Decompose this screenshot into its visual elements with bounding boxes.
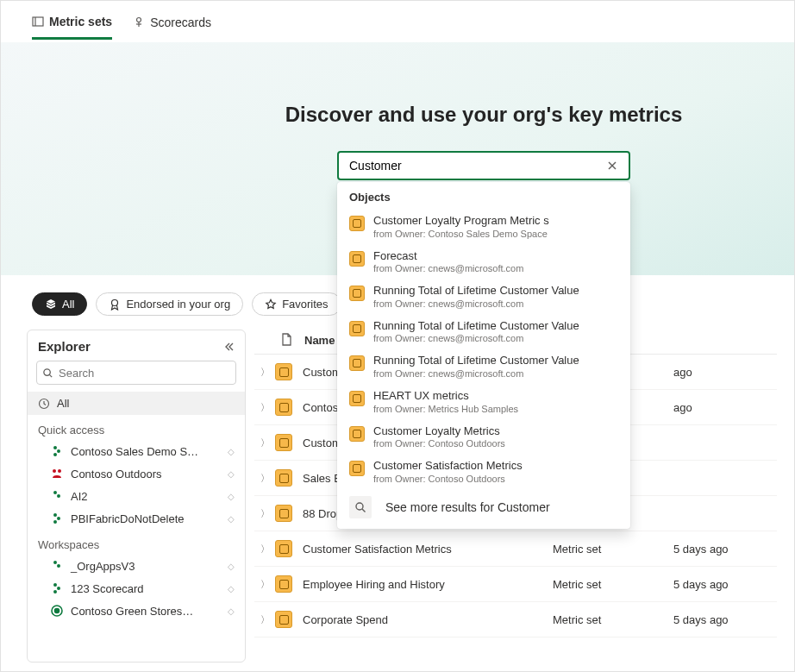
explorer-all[interactable]: All xyxy=(28,392,245,415)
suggest-item[interactable]: Customer Loyalty Program Metric sfrom Ow… xyxy=(337,209,630,244)
table-row[interactable]: 〉Employee Hiring and HistoryMetric set5 … xyxy=(254,567,777,602)
suggest-item[interactable]: Running Total of Lifetime Customer Value… xyxy=(337,314,630,349)
metric-set-icon xyxy=(349,251,365,267)
diamond-icon: ◇ xyxy=(228,514,235,524)
diamond-icon: ◇ xyxy=(228,447,235,456)
doc-icon xyxy=(280,333,304,347)
suggest-item[interactable]: HEART UX metricsfrom Owner: Metrics Hub … xyxy=(337,384,630,419)
workspace-icon xyxy=(50,467,64,480)
svg-point-13 xyxy=(53,469,56,473)
explorer-search-input[interactable] xyxy=(59,367,230,380)
suggest-item[interactable]: Customer Satisfaction Metricsfrom Owner:… xyxy=(337,454,630,489)
ribbon-icon xyxy=(109,298,121,311)
chevron-right-icon[interactable]: 〉 xyxy=(254,366,275,379)
filter-endorsed-label: Endorsed in your org xyxy=(126,298,230,311)
chevron-right-icon[interactable]: 〉 xyxy=(254,507,275,520)
workspace-item[interactable]: _OrgAppsV3◇ xyxy=(28,555,245,577)
metric-sets-icon xyxy=(32,16,44,28)
hero-title: Discover and use your org's key metrics xyxy=(285,103,683,127)
table-row[interactable]: 〉Customer Satisfaction MetricsMetric set… xyxy=(254,531,777,567)
metric-set-icon xyxy=(275,505,292,522)
tab-metric-sets-label: Metric sets xyxy=(49,15,112,28)
star-icon xyxy=(265,298,277,311)
explorer-all-label: All xyxy=(57,397,69,410)
svg-point-2 xyxy=(137,18,141,22)
svg-rect-0 xyxy=(33,17,43,26)
filter-all-label: All xyxy=(62,298,74,311)
clock-icon xyxy=(38,398,50,410)
metric-set-icon xyxy=(275,575,292,593)
quick-item[interactable]: Contoso Outdoors◇ xyxy=(28,462,245,485)
workspaces-header: Workspaces xyxy=(28,530,245,555)
diamond-icon: ◇ xyxy=(228,584,235,593)
svg-line-8 xyxy=(362,509,366,512)
tab-metric-sets[interactable]: Metric sets xyxy=(32,15,112,40)
suggest-item[interactable]: Forecastfrom Owner: cnews@microsoft.com xyxy=(337,244,630,279)
workspace-icon xyxy=(50,489,64,503)
suggestions-header: Objects xyxy=(337,182,630,209)
metric-set-icon xyxy=(275,611,292,628)
metric-set-icon xyxy=(275,363,292,380)
workspace-item[interactable]: 123 Scorecard◇ xyxy=(28,577,245,600)
quick-item[interactable]: AI2◇ xyxy=(28,485,245,507)
quick-access-header: Quick access xyxy=(28,415,245,440)
explorer-search[interactable] xyxy=(36,361,236,385)
clear-icon[interactable] xyxy=(603,160,622,172)
see-more-text: See more results for Customer xyxy=(385,500,550,514)
metric-set-icon xyxy=(275,540,292,557)
workspace-icon xyxy=(50,559,64,573)
workspace-icon xyxy=(50,604,64,618)
hero-search-box[interactable] xyxy=(337,151,630,180)
hero-search-input[interactable] xyxy=(346,159,603,173)
hero: Discover and use your org's key metrics … xyxy=(1,42,794,275)
suggest-item[interactable]: Running Total of Lifetime Customer Value… xyxy=(337,279,630,314)
metric-set-icon xyxy=(349,286,365,301)
metric-set-icon xyxy=(349,355,365,371)
quick-item[interactable]: Contoso Sales Demo S…◇ xyxy=(28,440,245,462)
diamond-icon: ◇ xyxy=(228,492,235,501)
explorer-panel: Explorer All Quick access Conto xyxy=(27,330,246,663)
svg-point-14 xyxy=(58,469,61,473)
diamond-icon: ◇ xyxy=(228,469,235,479)
metric-set-icon xyxy=(349,461,365,476)
svg-point-9 xyxy=(112,299,118,305)
filter-favorites[interactable]: Favorites xyxy=(252,292,341,316)
svg-point-10 xyxy=(44,368,50,374)
filter-favorites-label: Favorites xyxy=(282,298,328,311)
chevron-right-icon[interactable]: 〉 xyxy=(254,613,275,626)
suggest-item[interactable]: Running Total of Lifetime Customer Value… xyxy=(337,349,630,384)
workspace-icon xyxy=(50,444,64,458)
search-icon xyxy=(349,496,372,518)
suggest-item[interactable]: Customer Loyalty Metricsfrom Owner: Cont… xyxy=(337,419,630,455)
diamond-icon: ◇ xyxy=(228,562,235,571)
metric-set-icon xyxy=(349,321,365,336)
chevron-right-icon[interactable]: 〉 xyxy=(254,472,275,485)
table-row[interactable]: 〉Corporate SpendMetric set5 days ago xyxy=(254,602,777,637)
tab-scorecards-label: Scorecards xyxy=(150,16,211,29)
tab-scorecards[interactable]: Scorecards xyxy=(133,16,211,38)
filter-all[interactable]: All xyxy=(32,292,87,316)
metric-set-icon xyxy=(349,426,365,442)
workspace-icon xyxy=(50,512,64,525)
metric-set-icon xyxy=(275,469,292,487)
chevron-right-icon[interactable]: 〉 xyxy=(254,543,275,556)
search-suggestions: Objects Customer Loyalty Program Metric … xyxy=(337,182,630,529)
metric-set-icon xyxy=(275,434,292,451)
filter-endorsed[interactable]: Endorsed in your org xyxy=(96,292,243,316)
diamond-icon: ◇ xyxy=(228,606,235,616)
workspace-item[interactable]: Contoso Green Stores…◇ xyxy=(28,600,245,622)
top-tabs: Metric sets Scorecards xyxy=(1,1,794,42)
collapse-icon[interactable] xyxy=(222,341,235,353)
chevron-right-icon[interactable]: 〉 xyxy=(254,436,275,449)
svg-point-7 xyxy=(356,503,363,510)
metric-set-icon xyxy=(349,216,365,231)
quick-item[interactable]: PBIFabricDoNotDelete◇ xyxy=(28,507,245,530)
metric-set-icon xyxy=(349,391,365,406)
chevron-right-icon[interactable]: 〉 xyxy=(254,401,275,414)
svg-line-11 xyxy=(49,374,52,377)
workspace-icon xyxy=(50,581,64,595)
chevron-right-icon[interactable]: 〉 xyxy=(254,578,275,591)
see-more-results[interactable]: See more results for Customer xyxy=(337,489,630,525)
stack-icon xyxy=(45,298,57,311)
svg-point-16 xyxy=(55,609,59,613)
